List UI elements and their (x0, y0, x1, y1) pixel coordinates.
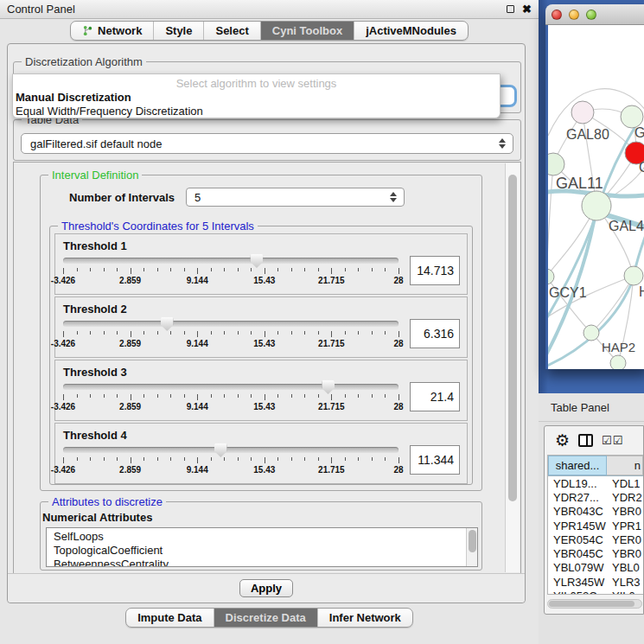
table-row[interactable]: YDR27...YDR2 (548, 490, 643, 504)
slider-tick (304, 268, 305, 271)
group-title: Discretization Algorithm (22, 55, 146, 68)
zoom-traffic-light-icon[interactable] (586, 10, 596, 20)
slider-tick (104, 331, 105, 335)
cell-name[interactable]: YIL0 (607, 590, 643, 595)
menu-item-manual-discretization[interactable]: Manual Discretization (13, 90, 500, 104)
split-columns-icon[interactable] (578, 434, 593, 447)
threshold-value-input[interactable]: 21.4 (410, 382, 460, 411)
tab-discretize-data[interactable]: Discretize Data (214, 609, 317, 627)
cell-name[interactable]: YBR0 (607, 547, 643, 560)
node-gal80[interactable] (571, 101, 594, 124)
list-scrollbar[interactable] (466, 528, 477, 566)
slider-tick (265, 331, 265, 337)
cell-shared-name[interactable]: YDR27... (548, 491, 607, 504)
table-toolbar: ⚙ ☑☑ (545, 426, 643, 455)
slider-tick (331, 394, 332, 400)
slider-handle[interactable] (250, 254, 263, 268)
control-panel-titlebar: Control Panel ✖ (0, 0, 539, 19)
tab-cyni-toolbox[interactable]: Cyni Toolbox (260, 22, 354, 40)
tab-impute-data[interactable]: Impute Data (126, 609, 213, 627)
slider-handle[interactable] (214, 443, 227, 457)
tab-jactivemnodules[interactable]: jActiveMNodules (354, 22, 468, 40)
slider-tick (358, 331, 359, 335)
table-row[interactable]: YER054CYER0 (548, 532, 643, 546)
cell-name[interactable]: YDL1 (607, 477, 643, 490)
table-data-combobox[interactable]: galFiltered.sif default node (21, 133, 513, 154)
slider-tick-label: 15.43 (253, 465, 275, 475)
cell-name[interactable]: YDR2 (607, 491, 643, 504)
spinner-arrows-icon[interactable] (390, 192, 397, 202)
column-header-shared-name[interactable]: shared... (548, 456, 607, 475)
table-horizontal-scrollbar[interactable] (547, 599, 642, 609)
slider-handle[interactable] (322, 380, 335, 394)
table-row[interactable]: YBR043CYBR0 (548, 505, 643, 519)
threshold-value-input[interactable]: 14.713 (410, 256, 460, 285)
threshold-slider[interactable]: -3.4262.8599.14415.4321.71528 (63, 443, 399, 476)
node-h[interactable] (624, 266, 643, 285)
node-gcy1[interactable] (548, 269, 554, 284)
table-row[interactable]: YBL079WYBL0 (548, 561, 643, 575)
table-row[interactable]: YIL052CYIL0 (548, 589, 643, 595)
cell-shared-name[interactable]: YER054C (548, 533, 607, 546)
list-item[interactable]: TopologicalCoefficient (54, 544, 477, 558)
slider-tick (90, 268, 91, 271)
cell-name[interactable]: YPR1 (607, 520, 643, 532)
settings-vertical-scrollbar[interactable] (505, 163, 520, 572)
slider-track[interactable] (63, 258, 399, 264)
cell-shared-name[interactable]: YIL052C (548, 590, 607, 595)
float-window-icon[interactable] (507, 5, 514, 13)
select-columns-icons[interactable]: ☑☑ (602, 434, 623, 447)
tab-select[interactable]: Select (203, 22, 259, 40)
table-row[interactable]: YLR345WYLR3 (548, 575, 643, 589)
apply-button[interactable]: Apply (239, 579, 293, 597)
tab-infer-network[interactable]: Infer Network (317, 609, 412, 627)
network-canvas[interactable]: GAL80GACGAL11GAL4GCY1HHAP2 (548, 25, 644, 369)
list-item[interactable]: SelfLoops (54, 530, 477, 544)
node-gal4[interactable] (582, 191, 611, 220)
node-hap2[interactable] (583, 325, 599, 341)
threshold-value-input[interactable]: 6.316 (410, 319, 460, 348)
cell-shared-name[interactable]: YLR345W (548, 576, 607, 589)
column-header-name[interactable]: n (607, 456, 643, 475)
table-panel-title: Table Panel (551, 401, 609, 414)
close-icon[interactable]: ✖ (522, 3, 532, 15)
slider-tick-label: 21.715 (318, 465, 345, 475)
slider-tick (77, 394, 78, 398)
list-item[interactable]: BetweennessCentrality (54, 558, 477, 567)
close-traffic-light-icon[interactable] (552, 10, 562, 20)
threshold-slider[interactable]: -3.4262.8599.14415.4321.71528 (63, 254, 399, 287)
tab-network[interactable]: Network (71, 22, 153, 40)
cell-name[interactable]: YBL0 (607, 561, 643, 574)
network-window-titlebar[interactable] (545, 4, 644, 25)
minimize-traffic-light-icon[interactable] (569, 10, 579, 20)
cell-name[interactable]: YBR0 (607, 505, 643, 518)
threshold-value-input[interactable]: 11.344 (410, 445, 460, 475)
slider-tick (265, 268, 265, 274)
table-row[interactable]: YDL19...YDL1 (548, 476, 643, 490)
slider-tick (143, 394, 144, 398)
attributes-listbox[interactable]: SelfLoops TopologicalCoefficient Between… (46, 527, 478, 567)
slider-track[interactable] (63, 321, 399, 327)
table-row[interactable]: YPR145WYPR1 (548, 519, 643, 532)
number-of-intervals-spinner[interactable]: 5 (186, 188, 405, 207)
menu-item-equal-width-frequency[interactable]: Equal Width/Frequency Discretization (13, 104, 500, 118)
table-row[interactable]: YBR045CYBR0 (548, 546, 643, 560)
cell-shared-name[interactable]: YBR045C (548, 547, 607, 560)
slider-handle[interactable] (161, 317, 174, 331)
cell-name[interactable]: YLR3 (607, 576, 643, 589)
slider-track[interactable] (63, 447, 399, 453)
node-bottom[interactable] (610, 355, 626, 369)
cell-shared-name[interactable]: YBL079W (548, 561, 607, 574)
cell-name[interactable]: YER0 (607, 533, 643, 546)
slider-track[interactable] (63, 384, 399, 390)
threshold-slider[interactable]: -3.4262.8599.14415.4321.71528 (63, 317, 399, 350)
gear-icon[interactable]: ⚙ (555, 432, 570, 449)
cell-shared-name[interactable]: YPR145W (548, 520, 607, 532)
tab-style[interactable]: Style (153, 22, 203, 40)
slider-tick (318, 457, 319, 461)
cell-shared-name[interactable]: YBR043C (548, 505, 607, 518)
slider-tick (291, 457, 292, 461)
threshold-slider[interactable]: -3.4262.8599.14415.4321.71528 (63, 380, 399, 413)
cell-shared-name[interactable]: YDL19... (548, 477, 607, 490)
slider-tick (318, 331, 319, 335)
